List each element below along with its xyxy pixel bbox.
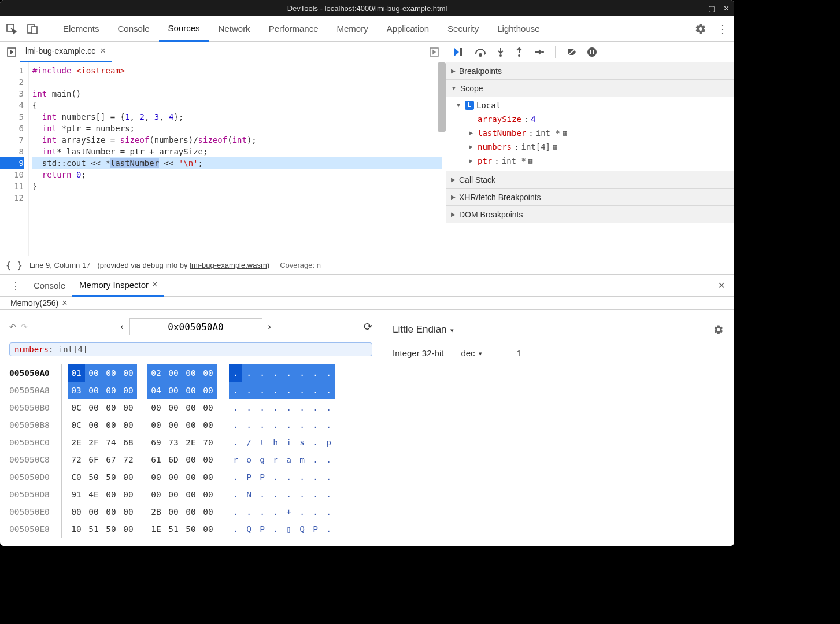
pause-on-exceptions-icon[interactable]: [587, 47, 597, 57]
tab-performance[interactable]: Performance: [260, 16, 328, 42]
panel-scope[interactable]: ▼Scope: [446, 80, 734, 97]
var-lastNumber[interactable]: ▶lastNumber: int * ▦: [446, 126, 734, 140]
var-ptr[interactable]: ▶ptr: int * ▦: [446, 154, 734, 168]
minimize-icon[interactable]: —: [693, 4, 700, 13]
settings-gear-icon[interactable]: [695, 23, 706, 35]
run-snippet-icon[interactable]: [426, 47, 442, 57]
history-forward-icon[interactable]: ↷: [21, 322, 28, 331]
hex-row[interactable]: 005050C8726F6772616D0000rogram..: [9, 451, 372, 468]
wasm-link[interactable]: lmi-bug-example.wasm: [190, 261, 267, 269]
tab-memory[interactable]: Memory: [328, 16, 378, 42]
reveal-in-memory-icon[interactable]: ▦: [563, 126, 567, 140]
hex-row[interactable]: 005050D0C050500000000000.PP.....: [9, 468, 372, 486]
value-type-label: Integer 32-bit: [393, 348, 443, 358]
prev-page-icon[interactable]: ‹: [120, 322, 123, 332]
chevron-down-icon: ▾: [450, 327, 454, 334]
history-back-icon[interactable]: ↶: [9, 322, 16, 331]
hex-viewer[interactable]: 005050A00100000002000000........005050A8…: [9, 364, 372, 538]
deactivate-breakpoints-icon[interactable]: [566, 47, 578, 57]
svg-point-9: [542, 51, 544, 53]
highlight-chip[interactable]: numbers: int[4]: [9, 342, 372, 356]
drawer-tab-console[interactable]: Console: [27, 275, 72, 297]
hex-row[interactable]: 005050A00100000002000000........: [9, 364, 372, 382]
debugger-toolbar: [446, 42, 734, 62]
next-page-icon[interactable]: ›: [268, 322, 271, 332]
hex-row[interactable]: 005050A80300000004000000........: [9, 382, 372, 399]
memory-tab[interactable]: Memory(256) ×: [5, 298, 73, 308]
svg-point-11: [587, 47, 597, 57]
interpreted-value: 1: [517, 348, 521, 358]
endianness-select[interactable]: Little Endian ▾: [393, 324, 454, 335]
tab-sources[interactable]: Sources: [159, 16, 209, 42]
tab-network[interactable]: Network: [209, 16, 260, 42]
format-select[interactable]: dec▾: [461, 348, 482, 358]
scrollbar-thumb[interactable]: [438, 62, 446, 132]
device-toolbar-icon[interactable]: [27, 23, 38, 35]
close-drawer-icon[interactable]: ×: [713, 279, 730, 292]
hex-row[interactable]: 005050B80C00000000000000........: [9, 416, 372, 434]
close-file-tab-icon[interactable]: ×: [100, 46, 105, 56]
editor-status-bar: { } Line 9, Column 17 (provided via debu…: [0, 256, 446, 274]
inspector-settings-icon[interactable]: [713, 324, 724, 335]
var-arraySize[interactable]: arraySize: 4: [446, 112, 734, 126]
close-memory-inspector-icon[interactable]: ×: [152, 279, 157, 290]
hex-row[interactable]: 005050D8914E000000000000.N......: [9, 486, 372, 503]
hex-row[interactable]: 005050B00C00000000000000........: [9, 399, 372, 416]
svg-rect-13: [593, 50, 594, 54]
debug-info-source: (provided via debug info by lmi-bug-exam…: [97, 261, 269, 269]
hex-row[interactable]: 005050E0000000002B000000....+...: [9, 503, 372, 520]
close-window-icon[interactable]: ✕: [723, 4, 730, 13]
file-tab-active[interactable]: lmi-bug-example.cc ×: [20, 42, 112, 62]
cursor-position: Line 9, Column 17: [29, 261, 91, 269]
code-editor[interactable]: 123456789101112 #include <iostream>int m…: [0, 62, 446, 256]
window-title: DevTools - localhost:4000/lmi-bug-exampl…: [287, 4, 447, 13]
svg-rect-2: [32, 27, 37, 34]
hex-row[interactable]: 005050C02E2F746869732E70./this.p: [9, 434, 372, 451]
svg-point-6: [479, 54, 482, 56]
panel-breakpoints[interactable]: ▶Breakpoints: [446, 62, 734, 80]
file-tab-label: lmi-bug-example.cc: [25, 46, 95, 56]
chevron-down-icon: ▾: [479, 350, 482, 357]
step-out-icon[interactable]: [515, 47, 524, 57]
step-over-icon[interactable]: [474, 47, 487, 57]
step-icon[interactable]: [533, 47, 545, 57]
reveal-in-memory-icon[interactable]: ▦: [553, 140, 557, 154]
pretty-print-icon[interactable]: { }: [6, 260, 23, 271]
svg-point-7: [499, 54, 502, 57]
devtools-toolbar: Elements Console Sources Network Perform…: [0, 16, 734, 42]
var-numbers[interactable]: ▶numbers: int[4] ▦: [446, 140, 734, 154]
maximize-icon[interactable]: ▢: [708, 4, 715, 13]
svg-rect-5: [460, 48, 462, 56]
refresh-icon[interactable]: ⟳: [364, 320, 372, 333]
scope-local[interactable]: ▼LLocal: [446, 98, 734, 112]
drawer-tab-memory-inspector[interactable]: Memory Inspector ×: [72, 275, 164, 297]
tab-application[interactable]: Application: [378, 16, 438, 42]
panel-dom[interactable]: ▶DOM Breakpoints: [446, 206, 734, 223]
sources-navigator-icon[interactable]: [3, 47, 20, 57]
inspect-element-icon[interactable]: [6, 23, 17, 35]
step-into-icon[interactable]: [496, 47, 505, 57]
address-input[interactable]: [129, 318, 262, 335]
svg-point-8: [518, 54, 520, 57]
svg-rect-12: [590, 50, 591, 54]
tab-security[interactable]: Security: [438, 16, 488, 42]
tab-elements[interactable]: Elements: [54, 16, 109, 42]
kebab-menu-icon[interactable]: ⋮: [717, 22, 728, 36]
drawer-menu-icon[interactable]: ⋮: [5, 279, 27, 292]
tab-console[interactable]: Console: [109, 16, 159, 42]
reveal-in-memory-icon[interactable]: ▦: [528, 154, 532, 168]
close-memory-tab-icon[interactable]: ×: [62, 298, 67, 308]
tab-lighthouse[interactable]: Lighthouse: [488, 16, 549, 42]
panel-xhr[interactable]: ▶XHR/fetch Breakpoints: [446, 189, 734, 206]
window-titlebar: DevTools - localhost:4000/lmi-bug-exampl…: [0, 0, 734, 16]
hex-row[interactable]: 005050E8105150001E515000.QP.▯QP.: [9, 520, 372, 538]
panel-callstack[interactable]: ▶Call Stack: [446, 171, 734, 189]
coverage-label: Coverage: n: [280, 261, 321, 269]
resume-icon[interactable]: [453, 47, 465, 57]
